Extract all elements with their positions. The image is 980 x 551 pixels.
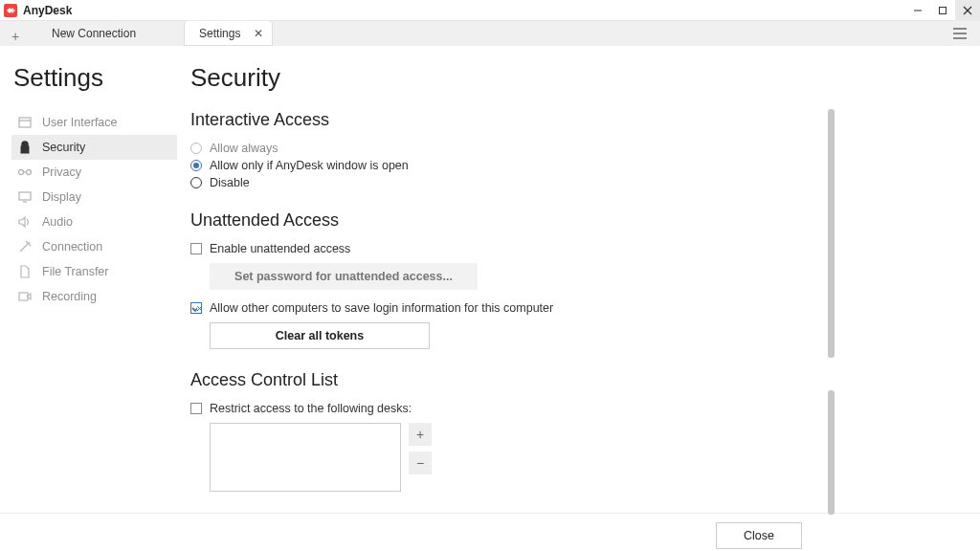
app-title: AnyDesk xyxy=(23,4,72,17)
sidebar-item-security[interactable]: Security xyxy=(11,135,177,160)
sidebar-item-label: Security xyxy=(42,141,85,154)
sidebar-item-display[interactable]: Display xyxy=(11,185,177,209)
sidebar-heading: Settings xyxy=(13,63,177,93)
radio-icon xyxy=(190,160,202,171)
maximize-button[interactable] xyxy=(930,0,955,21)
sidebar-item-file-transfer[interactable]: File Transfer xyxy=(11,259,177,284)
lock-icon xyxy=(17,140,33,155)
checkbox-icon xyxy=(190,302,202,314)
clear-tokens-button[interactable]: Clear all tokens xyxy=(210,322,430,349)
sidebar-item-recording[interactable]: Recording xyxy=(11,284,177,309)
checkbox-icon xyxy=(190,403,202,414)
checkbox-label: Allow other computers to save login info… xyxy=(210,301,553,315)
checkbox-label: Restrict access to the following desks: xyxy=(210,402,412,415)
scrollbar-thumb[interactable] xyxy=(828,390,835,515)
radio-label: Allow only if AnyDesk window is open xyxy=(210,159,409,172)
radio-allow-if-open[interactable]: Allow only if AnyDesk window is open xyxy=(190,159,817,172)
svg-line-19 xyxy=(26,241,28,243)
section-interactive-access: Interactive Access Allow always Allow on… xyxy=(190,110,817,189)
glasses-icon xyxy=(17,165,33,180)
tab-label: New Connection xyxy=(52,27,136,40)
svg-rect-15 xyxy=(19,192,31,200)
checkbox-restrict-access[interactable]: Restrict access to the following desks: xyxy=(190,402,817,415)
svg-rect-21 xyxy=(19,293,28,300)
checkbox-allow-save-login[interactable]: Allow other computers to save login info… xyxy=(190,301,817,315)
svg-line-20 xyxy=(29,244,31,246)
radio-icon xyxy=(190,177,202,188)
sidebar-item-audio[interactable]: Audio xyxy=(11,209,177,234)
section-title: Interactive Access xyxy=(190,110,817,130)
section-title: Unattended Access xyxy=(190,210,817,231)
checkbox-icon xyxy=(190,243,202,254)
checkbox-enable-unattended[interactable]: Enable unattended access xyxy=(190,242,817,255)
svg-rect-3 xyxy=(940,7,947,13)
tab-new-connection[interactable]: New Connection xyxy=(36,21,151,46)
speaker-icon xyxy=(17,214,33,230)
svg-point-13 xyxy=(27,170,32,175)
sidebar-item-label: User Interface xyxy=(42,116,118,129)
radio-label: Disable xyxy=(210,176,250,189)
content-area: Settings User Interface Security Privacy xyxy=(0,46,980,551)
sidebar-item-label: Display xyxy=(42,190,81,204)
app-window: AnyDesk + New Connection Settings ✕ Sett… xyxy=(0,0,980,551)
sidebar-item-user-interface[interactable]: User Interface xyxy=(11,110,177,135)
sidebar-item-privacy[interactable]: Privacy xyxy=(11,160,177,185)
monitor-icon xyxy=(17,189,33,205)
scrollbar-thumb[interactable] xyxy=(828,109,835,358)
section-access-control-list: Access Control List Restrict access to t… xyxy=(190,370,817,492)
minimize-button[interactable] xyxy=(905,0,930,21)
page-title: Security xyxy=(190,63,817,93)
set-password-button[interactable]: Set password for unattended access... xyxy=(210,263,478,290)
sidebar-item-connection[interactable]: Connection xyxy=(11,234,177,259)
sidebar-item-label: Connection xyxy=(42,240,102,253)
app-logo-icon xyxy=(4,4,17,17)
sidebar-item-label: Audio xyxy=(42,215,73,229)
layout-icon xyxy=(17,115,33,130)
svg-point-12 xyxy=(19,170,24,175)
radio-icon xyxy=(190,143,202,154)
acl-remove-button[interactable]: − xyxy=(409,452,432,474)
tab-label: Settings xyxy=(199,27,240,40)
svg-rect-9 xyxy=(19,118,31,127)
tab-strip: + New Connection Settings ✕ xyxy=(0,21,980,46)
section-title: Access Control List xyxy=(190,370,817,390)
radio-allow-always[interactable]: Allow always xyxy=(190,142,817,155)
hamburger-menu-icon[interactable] xyxy=(947,21,972,46)
close-window-button[interactable] xyxy=(955,0,980,21)
footer-bar: Close xyxy=(0,513,980,551)
svg-rect-11 xyxy=(21,146,29,153)
acl-add-button[interactable]: + xyxy=(409,423,432,446)
tab-settings[interactable]: Settings ✕ xyxy=(184,21,273,46)
sidebar-item-label: Recording xyxy=(42,290,97,303)
radio-label: Allow always xyxy=(210,142,278,155)
svg-marker-17 xyxy=(19,217,25,227)
sidebar-item-label: File Transfer xyxy=(42,265,108,278)
radio-disable[interactable]: Disable xyxy=(190,176,817,189)
title-bar: AnyDesk xyxy=(0,0,980,21)
section-unattended-access: Unattended Access Enable unattended acce… xyxy=(190,210,817,349)
svg-line-18 xyxy=(20,242,30,252)
settings-sidebar: Settings User Interface Security Privacy xyxy=(0,63,177,513)
acl-listbox[interactable] xyxy=(210,423,401,492)
file-icon xyxy=(17,264,33,279)
record-icon xyxy=(17,289,33,304)
settings-nav: User Interface Security Privacy Display xyxy=(11,110,177,309)
plug-icon xyxy=(17,239,33,254)
close-button[interactable]: Close xyxy=(716,522,802,549)
tab-close-icon[interactable]: ✕ xyxy=(254,27,263,40)
sidebar-item-label: Privacy xyxy=(42,165,81,179)
new-tab-button[interactable]: + xyxy=(6,27,25,46)
settings-main-panel: Security Interactive Access Allow always… xyxy=(190,63,980,513)
checkbox-label: Enable unattended access xyxy=(210,242,350,255)
